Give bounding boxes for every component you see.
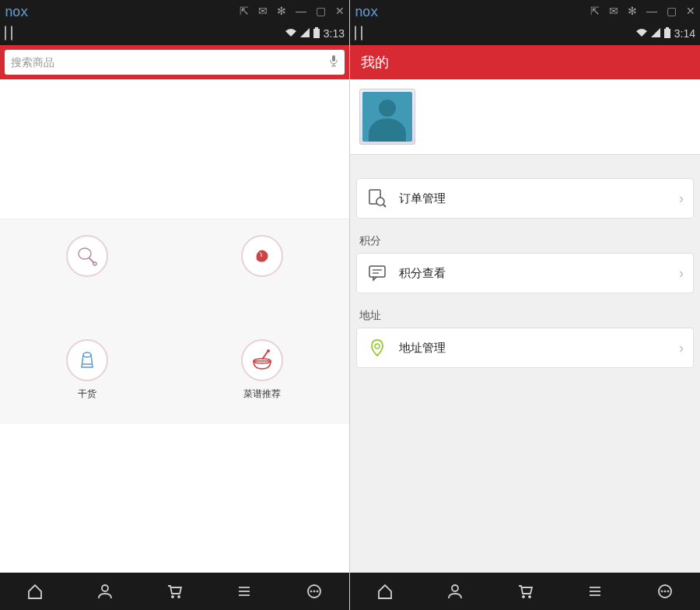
android-statusbar: 3:14	[350, 22, 700, 45]
signal-icon	[300, 27, 310, 40]
svg-line-25	[383, 205, 386, 207]
bag-icon	[66, 339, 108, 381]
mail-icon[interactable]: ✉	[258, 5, 268, 17]
list-item-label: 订单管理	[399, 191, 668, 206]
pin-icon[interactable]: ⇱	[590, 5, 600, 17]
battery-icon	[663, 27, 671, 40]
svg-point-10	[267, 349, 270, 352]
search-input[interactable]	[11, 56, 329, 68]
address-section-label: 地址	[350, 301, 700, 328]
bottom-navigation	[0, 573, 349, 610]
svg-rect-2	[332, 55, 335, 61]
svg-point-29	[375, 344, 380, 349]
search-box[interactable]	[5, 50, 345, 75]
app-header: 我的	[350, 45, 700, 79]
pin-icon[interactable]: ⇱	[240, 5, 249, 17]
points-query-item[interactable]: 积分查看 ›	[356, 253, 694, 293]
profile-icon[interactable]	[93, 579, 117, 604]
recent-apps-icon-2	[361, 26, 362, 40]
cart-icon[interactable]	[162, 579, 187, 604]
more-icon[interactable]	[302, 579, 327, 604]
svg-rect-1	[315, 27, 318, 29]
cart-icon[interactable]	[513, 579, 537, 604]
menu-icon[interactable]	[232, 579, 257, 604]
list-item-label: 积分查看	[399, 266, 668, 281]
svg-point-19	[313, 591, 315, 592]
order-management-item[interactable]: 订单管理 ›	[356, 178, 694, 219]
gear-icon[interactable]: ✻	[277, 5, 286, 17]
maximize-icon[interactable]: ▢	[316, 5, 326, 17]
emulator-titlebar: nox ⇱ ✉ ✻ — ▢ ✕	[0, 0, 349, 22]
more-icon[interactable]	[653, 579, 677, 604]
content-area: 干货 菜谱推荐	[0, 79, 349, 573]
svg-point-12	[172, 596, 174, 598]
svg-point-38	[664, 591, 666, 592]
vegetable-icon	[241, 235, 283, 277]
svg-rect-21	[664, 29, 670, 38]
home-icon[interactable]	[373, 579, 397, 604]
list-item-label: 地址管理	[399, 341, 668, 356]
profile-icon[interactable]	[443, 579, 467, 604]
location-pin-icon	[366, 337, 388, 359]
wifi-icon	[285, 27, 297, 40]
statusbar-time: 3:14	[674, 27, 695, 40]
address-management-item[interactable]: 地址管理 ›	[356, 328, 694, 368]
svg-point-39	[667, 591, 669, 592]
svg-point-30	[452, 585, 458, 591]
svg-line-4	[89, 258, 94, 263]
signal-icon	[651, 27, 660, 40]
svg-rect-0	[313, 29, 320, 38]
banner-area	[0, 79, 349, 219]
minimize-icon[interactable]: —	[296, 5, 306, 17]
mail-icon[interactable]: ✉	[609, 5, 618, 17]
svg-point-5	[93, 262, 96, 265]
svg-point-13	[178, 596, 180, 598]
microphone-icon[interactable]	[329, 54, 338, 70]
app-header	[0, 45, 349, 79]
svg-point-24	[376, 198, 384, 205]
minimize-icon[interactable]: —	[646, 5, 657, 17]
category-grid: 干货 菜谱推荐	[0, 219, 349, 424]
bowl-whisk-icon	[241, 339, 283, 381]
chevron-right-icon: ›	[679, 265, 684, 282]
avatar[interactable]	[359, 89, 415, 145]
category-dry-goods[interactable]: 干货	[48, 339, 126, 401]
close-icon[interactable]: ✕	[335, 5, 345, 17]
bottom-navigation	[350, 573, 700, 610]
profile-box	[350, 79, 700, 155]
category-label: 菜谱推荐	[243, 387, 281, 401]
left-screen: nox ⇱ ✉ ✻ — ▢ ✕ 3:13	[0, 0, 350, 610]
android-statusbar: 3:13	[0, 22, 349, 45]
nox-logo: nox	[5, 3, 28, 19]
svg-point-37	[661, 591, 663, 592]
svg-rect-26	[369, 266, 385, 277]
content-area: 订单管理 › 积分 积分查看 › 地址 地址管理 ›	[350, 79, 700, 573]
home-icon[interactable]	[23, 579, 47, 604]
wifi-icon	[635, 27, 648, 40]
svg-point-6	[83, 352, 91, 357]
category-vegetables[interactable]	[223, 235, 301, 277]
right-screen: nox ⇱ ✉ ✻ — ▢ ✕ 3:14	[350, 0, 700, 610]
recent-apps-icon-2	[11, 26, 12, 40]
statusbar-time: 3:13	[324, 27, 345, 40]
chat-icon	[366, 262, 388, 284]
category-recipe[interactable]: 菜谱推荐	[223, 339, 301, 401]
battery-icon	[313, 27, 320, 40]
recent-apps-icon	[5, 26, 6, 40]
category-label: 干货	[78, 387, 96, 401]
menu-icon[interactable]	[583, 579, 607, 604]
svg-point-31	[523, 596, 525, 598]
svg-point-20	[317, 591, 318, 592]
recent-apps-icon	[355, 26, 356, 40]
svg-point-18	[310, 591, 312, 592]
gear-icon[interactable]: ✻	[628, 5, 637, 17]
chevron-right-icon: ›	[679, 340, 684, 356]
svg-point-11	[102, 585, 108, 591]
page-title: 我的	[355, 53, 389, 72]
emulator-titlebar: nox ⇱ ✉ ✻ — ▢ ✕	[350, 0, 700, 22]
chevron-right-icon: ›	[679, 191, 684, 207]
category-meat[interactable]	[48, 235, 126, 277]
nox-logo: nox	[355, 3, 378, 19]
maximize-icon[interactable]: ▢	[667, 5, 677, 17]
close-icon[interactable]: ✕	[686, 5, 695, 17]
